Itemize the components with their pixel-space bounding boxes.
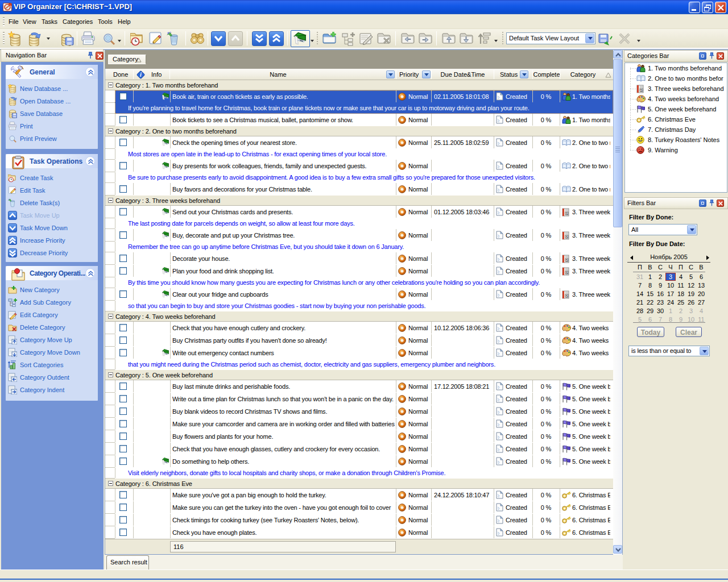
svg-text:5: 5 <box>566 235 568 239</box>
svg-text:i: i <box>140 72 142 78</box>
svg-text:5: 5 <box>566 271 568 275</box>
svg-text:5: 5 <box>566 259 568 262</box>
svg-text:5: 5 <box>566 294 568 298</box>
svg-text:5: 5 <box>566 212 568 215</box>
svg-text:5: 5 <box>640 89 642 92</box>
